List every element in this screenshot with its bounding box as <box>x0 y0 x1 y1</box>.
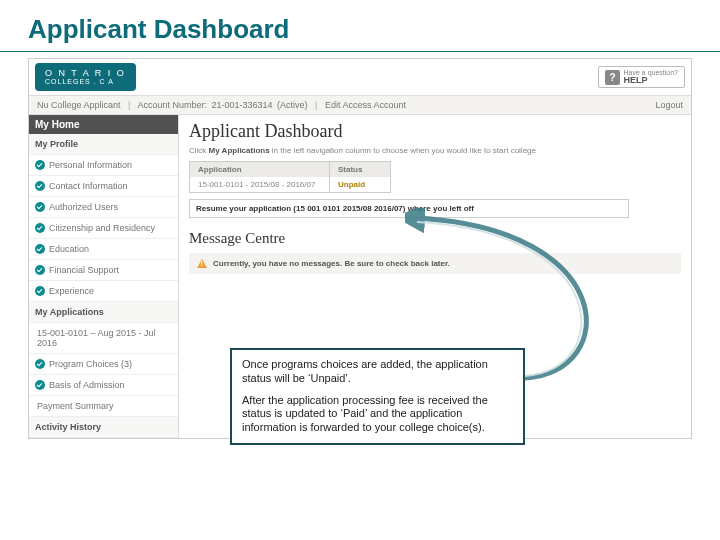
col-status: Status <box>330 162 390 177</box>
check-icon <box>35 265 45 275</box>
logout-link[interactable]: Logout <box>655 100 683 110</box>
user-name: Nu College Applicant <box>37 100 121 110</box>
logo[interactable]: O N T A R I O COLLEGES . C A <box>35 63 136 92</box>
sidebar-item-personal[interactable]: Personal Information <box>29 155 178 176</box>
account-bar: Nu College Applicant | Account Number: 2… <box>29 95 691 115</box>
help-button[interactable]: ? Have a question?HELP <box>598 66 685 88</box>
callout-p2: After the application processing fee is … <box>242 394 513 435</box>
sidebar-item-education[interactable]: Education <box>29 239 178 260</box>
sidebar-item-program-choices[interactable]: Program Choices (3) <box>29 354 178 375</box>
check-icon <box>35 202 45 212</box>
sidebar-item-payment[interactable]: Payment Summary <box>29 396 178 417</box>
sidebar-item-basis[interactable]: Basis of Admission <box>29 375 178 396</box>
message-box: Currently, you have no messages. Be sure… <box>189 253 681 274</box>
page-heading: Applicant Dashboard <box>189 121 681 142</box>
sidebar-item-financial[interactable]: Financial Support <box>29 260 178 281</box>
header: O N T A R I O COLLEGES . C A ? Have a qu… <box>29 59 691 95</box>
col-application: Application <box>190 162 330 177</box>
cell-status: Unpaid <box>330 177 390 192</box>
account-number: 21-001-336314 <box>211 100 272 110</box>
edit-account-link[interactable]: Edit Access Account <box>325 100 406 110</box>
message-centre-heading: Message Centre <box>189 230 681 247</box>
applications-table: Application Status 15-001-0101 - 2015/08… <box>189 161 391 193</box>
sidebar-applications[interactable]: My Applications <box>29 302 178 323</box>
callout-box: Once programs choices are added, the app… <box>230 348 525 445</box>
sidebar-item-experience[interactable]: Experience <box>29 281 178 302</box>
table-row[interactable]: 15-001-0101 - 2015/08 - 2016/07 Unpaid <box>190 177 390 192</box>
sidebar-history[interactable]: Activity History <box>29 417 178 438</box>
account-label: Account Number: <box>137 100 207 110</box>
callout-p1: Once programs choices are added, the app… <box>242 358 513 386</box>
cell-application: 15-001-0101 - 2015/08 - 2016/07 <box>190 177 330 192</box>
help-text: Have a question?HELP <box>624 69 678 85</box>
account-status: (Active) <box>277 100 308 110</box>
sidebar-item-citizenship[interactable]: Citizenship and Residency <box>29 218 178 239</box>
check-icon <box>35 359 45 369</box>
warning-icon <box>197 259 207 268</box>
slide-title: Applicant Dashboard <box>0 0 720 52</box>
sidebar: My Home My Profile Personal Information … <box>29 115 179 438</box>
sidebar-item-contact[interactable]: Contact Information <box>29 176 178 197</box>
sidebar-profile[interactable]: My Profile <box>29 134 178 155</box>
logo-line2: COLLEGES . C A <box>45 78 126 85</box>
check-icon <box>35 160 45 170</box>
check-icon <box>35 181 45 191</box>
check-icon <box>35 286 45 296</box>
sidebar-app-item[interactable]: 15-001-0101 – Aug 2015 - Jul 2016 <box>29 323 178 354</box>
question-icon: ? <box>605 70 619 85</box>
check-icon <box>35 223 45 233</box>
resume-application-link[interactable]: Resume your application (15 001 0101 201… <box>189 199 629 218</box>
logo-line1: O N T A R I O <box>45 69 126 78</box>
sidebar-home[interactable]: My Home <box>29 115 178 134</box>
sidebar-item-authorized[interactable]: Authorized Users <box>29 197 178 218</box>
message-text: Currently, you have no messages. Be sure… <box>213 259 450 268</box>
check-icon <box>35 244 45 254</box>
check-icon <box>35 380 45 390</box>
instruction-text: Click My Applications in the left naviga… <box>189 146 681 155</box>
